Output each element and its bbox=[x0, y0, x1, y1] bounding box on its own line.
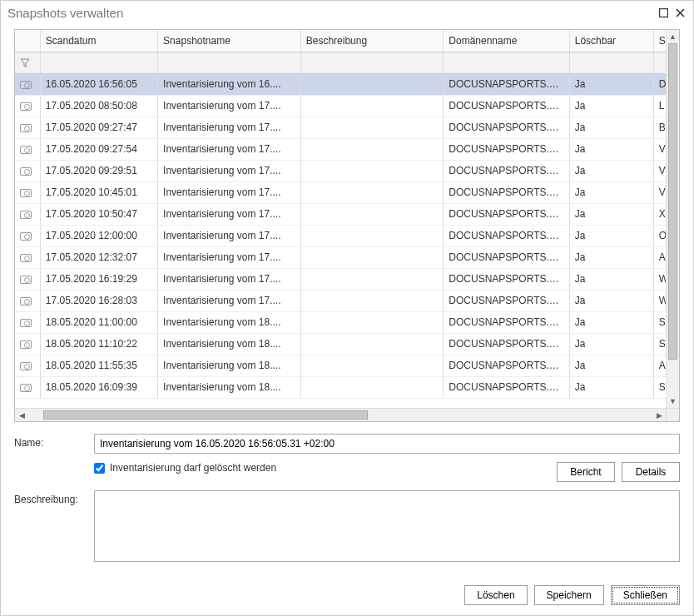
hscroll-thumb[interactable] bbox=[43, 410, 368, 420]
cell-snapshotname: Inventarisierung vom 17.... bbox=[158, 138, 301, 160]
table-row[interactable]: 17.05.2020 10:50:47Inventarisierung vom … bbox=[15, 203, 679, 225]
cell-snapshotname: Inventarisierung vom 17.... bbox=[158, 268, 301, 290]
cell-snapshotname: Inventarisierung vom 16.... bbox=[158, 73, 301, 95]
table-row[interactable]: 17.05.2020 09:29:51Inventarisierung vom … bbox=[15, 160, 679, 181]
cell-scandatum: 18.05.2020 16:09:39 bbox=[40, 376, 157, 398]
cell-scandatum: 17.05.2020 12:00:00 bbox=[40, 225, 157, 246]
cell-loeschbar: Ja bbox=[569, 160, 653, 181]
table-row[interactable]: 18.05.2020 11:55:35Inventarisierung vom … bbox=[15, 355, 679, 376]
table-row[interactable]: 17.05.2020 09:27:47Inventarisierung vom … bbox=[15, 117, 679, 138]
close-icon[interactable] bbox=[672, 4, 688, 21]
schliessen-button[interactable]: Schließen bbox=[611, 585, 680, 605]
row-icon bbox=[15, 181, 40, 203]
cell-loeschbar: Ja bbox=[569, 95, 653, 117]
filter-icon[interactable] bbox=[15, 52, 40, 73]
cell-domaenenname: DOCUSNAPSPORTS.C... bbox=[444, 290, 569, 311]
cell-beschreibung bbox=[300, 73, 444, 95]
col-header-scandatum[interactable]: Scandatum bbox=[40, 30, 157, 52]
cell-loeschbar: Ja bbox=[569, 376, 653, 398]
table-row[interactable]: 17.05.2020 10:45:01Inventarisierung vom … bbox=[15, 181, 679, 203]
scroll-down-icon[interactable]: ▼ bbox=[667, 395, 679, 408]
deletable-checkbox-label[interactable]: Inventarisierung darf gelöscht werden bbox=[110, 462, 276, 474]
vscroll-thumb[interactable] bbox=[668, 43, 677, 360]
cell-loeschbar: Ja bbox=[569, 225, 653, 246]
cell-beschreibung bbox=[300, 95, 444, 117]
col-header-beschreibung[interactable]: Beschreibung bbox=[300, 30, 444, 52]
col-header-icon[interactable] bbox=[15, 30, 40, 52]
maximize-icon[interactable] bbox=[655, 4, 672, 21]
table-row[interactable]: 17.05.2020 12:32:07Inventarisierung vom … bbox=[15, 246, 679, 268]
snapshot-grid: Scandatum Snapshotname Beschreibung Domä… bbox=[14, 29, 680, 422]
cell-loeschbar: Ja bbox=[569, 138, 653, 160]
cell-loeschbar: Ja bbox=[569, 268, 653, 290]
cell-scandatum: 16.05.2020 16:56:05 bbox=[40, 73, 157, 95]
camera-icon bbox=[20, 124, 32, 132]
cell-scandatum: 18.05.2020 11:10:22 bbox=[40, 333, 157, 355]
cell-scandatum: 17.05.2020 08:50:08 bbox=[40, 95, 157, 117]
camera-icon bbox=[20, 81, 32, 89]
cell-scandatum: 17.05.2020 10:45:01 bbox=[40, 181, 157, 203]
cell-scandatum: 17.05.2020 09:27:47 bbox=[40, 117, 157, 138]
filter-beschreibung[interactable] bbox=[300, 52, 444, 73]
row-icon bbox=[15, 160, 40, 181]
row-icon bbox=[15, 268, 40, 290]
cell-scandatum: 17.05.2020 09:29:51 bbox=[40, 160, 157, 181]
cell-beschreibung bbox=[300, 138, 444, 160]
loeschen-button[interactable]: Löschen bbox=[464, 585, 527, 605]
filter-loeschbar[interactable] bbox=[569, 52, 653, 73]
name-field[interactable] bbox=[94, 434, 680, 454]
table-row[interactable]: 18.05.2020 11:00:00Inventarisierung vom … bbox=[15, 311, 679, 333]
scroll-right-icon[interactable]: ▶ bbox=[652, 409, 666, 421]
table-row[interactable]: 18.05.2020 11:10:22Inventarisierung vom … bbox=[15, 333, 679, 355]
cell-domaenenname: DOCUSNAPSPORTS.C... bbox=[444, 117, 569, 138]
svg-rect-0 bbox=[659, 8, 667, 17]
filter-snapshotname[interactable] bbox=[158, 52, 301, 73]
col-header-domaenenname[interactable]: Domänenname bbox=[444, 30, 569, 52]
cell-snapshotname: Inventarisierung vom 17.... bbox=[158, 203, 301, 225]
cell-snapshotname: Inventarisierung vom 17.... bbox=[158, 117, 301, 138]
bericht-button[interactable]: Bericht bbox=[557, 462, 615, 482]
filter-domaenenname[interactable] bbox=[444, 52, 569, 73]
filter-scandatum[interactable] bbox=[40, 52, 157, 73]
cell-scandatum: 17.05.2020 16:28:03 bbox=[40, 290, 157, 311]
horizontal-scrollbar[interactable]: ◀ ▶ bbox=[15, 408, 666, 421]
table-row[interactable]: 17.05.2020 16:28:03Inventarisierung vom … bbox=[15, 290, 679, 311]
cell-beschreibung bbox=[300, 376, 444, 398]
col-header-snapshotname[interactable]: Snapshotname bbox=[158, 30, 301, 52]
cell-domaenenname: DOCUSNAPSPORTS.C... bbox=[444, 225, 569, 246]
cell-loeschbar: Ja bbox=[569, 117, 653, 138]
camera-icon bbox=[20, 384, 32, 392]
cell-snapshotname: Inventarisierung vom 17.... bbox=[158, 290, 301, 311]
cell-domaenenname: DOCUSNAPSPORTS.C... bbox=[444, 95, 569, 117]
scroll-up-icon[interactable]: ▲ bbox=[667, 30, 679, 43]
table-row[interactable]: 18.05.2020 16:09:39Inventarisierung vom … bbox=[15, 376, 679, 398]
row-icon bbox=[15, 138, 40, 160]
cell-loeschbar: Ja bbox=[569, 246, 653, 268]
details-button[interactable]: Details bbox=[622, 462, 680, 482]
row-icon bbox=[15, 225, 40, 246]
cell-loeschbar: Ja bbox=[569, 333, 653, 355]
scroll-left-icon[interactable]: ◀ bbox=[15, 409, 28, 421]
speichern-button[interactable]: Speichern bbox=[534, 585, 604, 605]
cell-snapshotname: Inventarisierung vom 18.... bbox=[158, 376, 301, 398]
deletable-checkbox[interactable] bbox=[94, 463, 105, 474]
camera-icon bbox=[20, 276, 32, 284]
camera-icon bbox=[20, 232, 32, 241]
table-row[interactable]: 17.05.2020 12:00:00Inventarisierung vom … bbox=[15, 225, 679, 246]
camera-icon bbox=[20, 297, 32, 306]
table-row[interactable]: 16.05.2020 16:56:05Inventarisierung vom … bbox=[15, 73, 679, 95]
cell-loeschbar: Ja bbox=[569, 203, 653, 225]
table-row[interactable]: 17.05.2020 09:27:54Inventarisierung vom … bbox=[15, 138, 679, 160]
table-row[interactable]: 17.05.2020 16:19:29Inventarisierung vom … bbox=[15, 268, 679, 290]
cell-beschreibung bbox=[300, 160, 444, 181]
cell-domaenenname: DOCUSNAPSPORTS.C... bbox=[444, 203, 569, 225]
vertical-scrollbar[interactable]: ▲ ▼ bbox=[666, 30, 679, 408]
cell-scandatum: 18.05.2020 11:55:35 bbox=[40, 355, 157, 376]
row-icon bbox=[15, 203, 40, 225]
table-row[interactable]: 17.05.2020 08:50:08Inventarisierung vom … bbox=[15, 95, 679, 117]
cell-beschreibung bbox=[300, 225, 444, 246]
camera-icon bbox=[20, 189, 32, 197]
col-header-loeschbar[interactable]: Löschbar bbox=[569, 30, 653, 52]
beschreibung-field[interactable] bbox=[94, 490, 680, 562]
cell-snapshotname: Inventarisierung vom 18.... bbox=[158, 355, 301, 376]
